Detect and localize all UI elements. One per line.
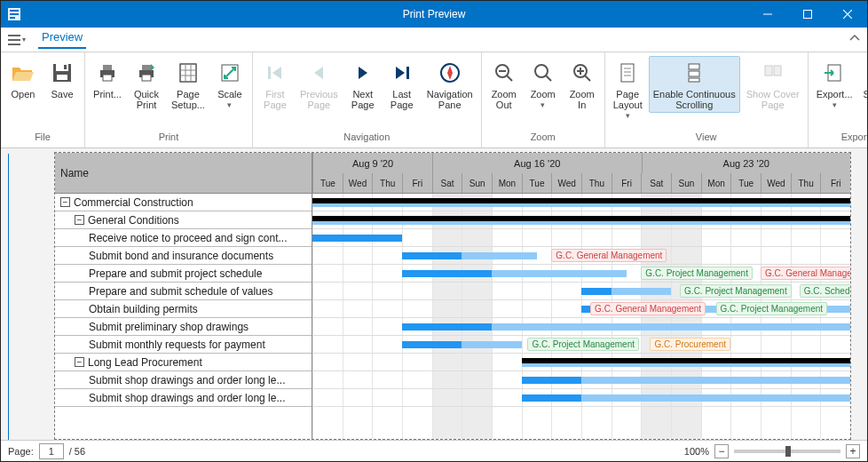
gantt-day-header: Fri <box>402 173 432 193</box>
gantt-resource-tag: G.C. General Management <box>551 249 667 262</box>
gantt-bar-row <box>312 194 850 211</box>
page-number-input[interactable]: 1 <box>39 443 64 459</box>
send-button[interactable]: Send... ▾ <box>859 56 868 112</box>
quick-access-icon[interactable]: ▾ <box>6 30 26 50</box>
svg-rect-45 <box>689 71 699 76</box>
gantt-task-bar <box>312 203 850 207</box>
gantt-row: Submit monthly requests for payment <box>55 336 312 354</box>
svg-rect-1 <box>10 10 19 12</box>
gantt-row-label: Submit shop drawings and order long le..… <box>89 374 285 386</box>
gantt-row-label: General Conditions <box>88 214 179 227</box>
gantt-bar-row <box>312 211 850 229</box>
zoom-value: 100% <box>684 446 709 457</box>
gantt-day-header: Fri <box>612 173 642 193</box>
zoom-slider[interactable] <box>734 450 840 453</box>
gantt-row-label: Commercial Construction <box>74 196 193 209</box>
show-cover-button: Show Cover Page <box>742 56 804 113</box>
group-label-zoom: Zoom <box>482 131 604 147</box>
gantt-timeline: Aug 9 '20Aug 16 '20Aug 23 '20 TueWedThuF… <box>312 153 850 439</box>
svg-rect-5 <box>803 11 811 19</box>
gantt-names-column: Name −Commercial Construction−General Co… <box>55 153 312 439</box>
gantt-row-label: Submit shop drawings and order long le..… <box>89 392 285 404</box>
gantt-name-header: Name <box>55 153 312 194</box>
save-button[interactable]: Save <box>43 56 81 102</box>
gantt-bar-row: G.C. Project ManagementG.C. Procurement <box>312 336 850 354</box>
gantt-bar-row: G.C. General Management <box>312 247 850 265</box>
gantt-bar-row: G.C. Project ManagementG.C. Scheduler <box>312 283 850 300</box>
gantt-row-label: Submit preliminary shop drawings <box>89 321 249 333</box>
gantt-day-header: Thu <box>581 173 612 193</box>
last-page-button[interactable]: Last Page <box>383 56 421 113</box>
collapse-ribbon-icon[interactable] <box>849 33 860 44</box>
print-button[interactable]: Print... <box>89 56 126 102</box>
zoom-in-status-button[interactable]: + <box>846 444 860 458</box>
collapse-toggle[interactable]: − <box>60 197 70 207</box>
compass-icon <box>436 59 464 87</box>
gantt-resource-tag: G.C. Project Management <box>680 284 792 298</box>
chevron-down-icon: ▾ <box>832 100 837 109</box>
gantt-row: Submit shop drawings and order long le..… <box>55 371 312 389</box>
app-icon <box>1 7 28 21</box>
gantt-bar-row: G.C. General ManagementG.C. Project Mana… <box>312 300 850 318</box>
gantt-row: −Long Lead Procurement <box>55 354 312 371</box>
zoom-out-status-button[interactable]: − <box>714 444 729 458</box>
gantt-row: Submit preliminary shop drawings <box>55 318 312 336</box>
svg-rect-9 <box>8 39 20 41</box>
zoom-in-button[interactable]: Zoom In <box>564 56 601 113</box>
zoom-icon <box>529 59 557 87</box>
maximize-button[interactable] <box>787 1 827 28</box>
group-label-export: Export <box>809 131 868 147</box>
gantt-task-bar <box>402 270 492 277</box>
gantt-row-label: Prepare and submit schedule of values <box>89 285 272 298</box>
gantt-timeline-header: Aug 9 '20Aug 16 '20Aug 23 '20 TueWedThuF… <box>312 153 850 194</box>
quick-print-button[interactable]: Quick Print <box>128 56 165 113</box>
tab-preview[interactable]: Preview <box>38 30 86 49</box>
printer-icon <box>93 59 122 87</box>
gantt-week-header: Aug 9 '20 <box>312 153 432 173</box>
svg-rect-21 <box>180 64 196 82</box>
gantt-row: −Commercial Construction <box>55 194 312 211</box>
close-button[interactable] <box>827 1 867 28</box>
first-page-button: First Page <box>256 56 294 113</box>
gantt-resource-tag: G.C. Scheduler <box>800 284 850 298</box>
svg-rect-10 <box>8 44 20 45</box>
zoom-slider-thumb[interactable] <box>785 446 791 457</box>
gantt-day-header: Thu <box>372 173 402 193</box>
gantt-task-bar <box>581 288 612 295</box>
zoom-button[interactable]: Zoom ▾ <box>525 56 562 112</box>
gantt-bar-row <box>312 371 850 389</box>
gantt-task-bar <box>522 363 850 367</box>
gantt-day-header: Sun <box>671 173 701 193</box>
gantt-task-bar <box>402 252 462 259</box>
gantt-chart: Name −Commercial Construction−General Co… <box>55 153 850 439</box>
gantt-resource-tag: G.C. Project Management <box>716 302 828 315</box>
scale-button[interactable]: Scale ▾ <box>211 56 249 112</box>
export-button[interactable]: Export... ▾ <box>812 56 857 112</box>
gantt-day-header: Wed <box>551 173 581 193</box>
chevron-down-icon: ▾ <box>227 100 232 109</box>
collapse-toggle[interactable]: − <box>75 215 84 225</box>
preview-area[interactable]: Name −Commercial Construction−General Co… <box>1 148 867 440</box>
gantt-row-label: Long Lead Procurement <box>88 356 202 369</box>
gantt-bar-row <box>312 389 850 407</box>
navigation-pane-button[interactable]: Navigation Pane <box>422 56 477 113</box>
title-bar: Print Preview <box>1 1 867 28</box>
collapse-toggle[interactable]: − <box>75 357 84 367</box>
gantt-row: −General Conditions <box>55 211 312 229</box>
next-page-button[interactable]: Next Page <box>344 56 382 113</box>
ribbon: Open Save File Print... Quick Print <box>1 52 867 148</box>
group-label-file: File <box>1 131 84 147</box>
svg-rect-19 <box>142 65 151 70</box>
quick-print-icon <box>132 59 161 87</box>
zoom-out-button[interactable]: Zoom Out <box>485 56 523 113</box>
open-button[interactable]: Open <box>4 56 42 102</box>
continuous-scroll-button[interactable]: Enable Continuous Scrolling <box>649 56 740 113</box>
gantt-day-header: Mon <box>492 173 522 193</box>
gantt-day-header: Tue <box>522 173 552 193</box>
page-setup-button[interactable]: Page Setup... <box>167 56 209 113</box>
gantt-day-header: Tue <box>312 173 343 193</box>
gantt-task-bar <box>522 377 581 384</box>
minimize-button[interactable] <box>747 1 787 28</box>
page-layout-button[interactable]: Page Layout ▾ <box>609 56 647 123</box>
gantt-bar-row <box>312 229 850 247</box>
